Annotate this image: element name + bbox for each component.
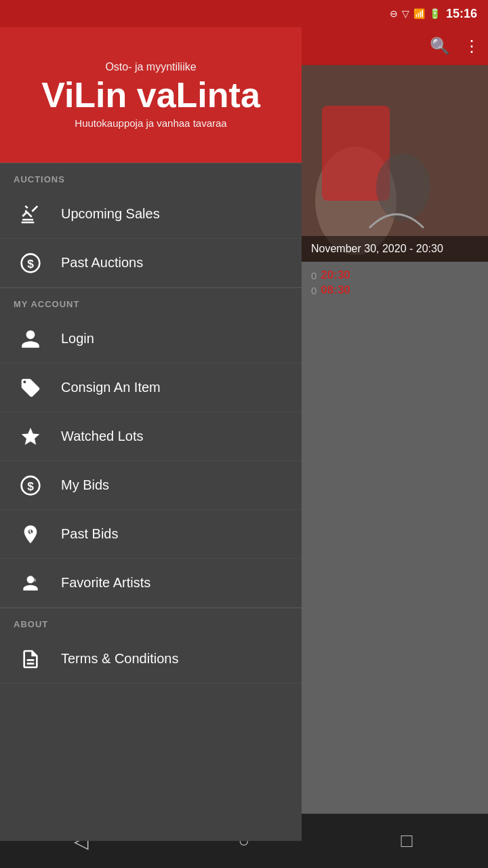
artist-icon bbox=[14, 566, 47, 600]
time-row-1: 0 20:30 bbox=[311, 269, 479, 282]
status-bar-time: 15:16 bbox=[446, 7, 477, 21]
time-value-2: 08:30 bbox=[321, 283, 350, 297]
section-header-auctions: AUCTIONS bbox=[0, 163, 302, 190]
time-row-2: 0 08:30 bbox=[311, 283, 479, 297]
time-prefix-2: 0 bbox=[311, 285, 317, 296]
bid-icon: $ bbox=[14, 469, 47, 502]
section-header-my-account: MY ACCOUNT bbox=[0, 288, 302, 315]
time-value-1: 20:30 bbox=[321, 269, 350, 282]
date-info-area: 0 20:30 0 08:30 bbox=[302, 262, 488, 304]
signal-icon: 📶 bbox=[413, 8, 425, 19]
logo-main: ViLin vaLinta bbox=[14, 76, 288, 115]
clock-pin-icon bbox=[14, 517, 47, 551]
svg-text:$: $ bbox=[27, 256, 34, 270]
right-panel: 🔍 ⋮ November 30, 2020 - 20:30 0 20:30 0 … bbox=[302, 27, 488, 841]
status-icons: ⊖ ▽ 📶 🔋 bbox=[390, 8, 441, 19]
my-bids-label: My Bids bbox=[61, 477, 109, 493]
svg-text:$: $ bbox=[27, 479, 34, 492]
navigation-drawer: Osto- ja myyntiliike ViLin vaLinta Huuto… bbox=[0, 27, 302, 841]
logo-area: Osto- ja myyntiliike ViLin vaLinta Huuto… bbox=[0, 27, 302, 163]
document-icon bbox=[14, 642, 47, 676]
menu-item-my-bids[interactable]: $ My Bids bbox=[0, 461, 302, 510]
login-label: Login bbox=[61, 331, 94, 347]
time-prefix-1: 0 bbox=[311, 270, 317, 281]
past-auctions-label: Past Auctions bbox=[61, 255, 143, 271]
terms-conditions-label: Terms & Conditions bbox=[61, 651, 178, 667]
person-icon bbox=[14, 322, 47, 356]
search-icon[interactable]: 🔍 bbox=[430, 37, 450, 56]
more-options-icon[interactable]: ⋮ bbox=[464, 37, 480, 56]
section-header-about: ABOUT bbox=[0, 608, 302, 635]
favorite-artists-label: Favorite Artists bbox=[61, 575, 150, 591]
tag-icon bbox=[14, 371, 47, 405]
consign-item-label: Consign An Item bbox=[61, 380, 161, 395]
star-icon bbox=[14, 420, 47, 454]
menu-item-past-bids[interactable]: Past Bids bbox=[0, 510, 302, 559]
gavel-icon bbox=[14, 197, 47, 231]
upcoming-sales-label: Upcoming Sales bbox=[61, 206, 160, 222]
past-bids-label: Past Bids bbox=[61, 526, 118, 542]
menu-item-upcoming-sales[interactable]: Upcoming Sales bbox=[0, 190, 302, 239]
card-image: November 30, 2020 - 20:30 bbox=[302, 65, 488, 262]
menu-item-terms-conditions[interactable]: Terms & Conditions bbox=[0, 635, 302, 684]
wifi-icon: ▽ bbox=[402, 8, 409, 19]
watched-lots-label: Watched Lots bbox=[61, 429, 144, 444]
dollar-circle-icon: $ bbox=[14, 246, 47, 280]
recents-button[interactable]: □ bbox=[380, 821, 434, 861]
battery-icon: 🔋 bbox=[429, 8, 441, 19]
menu-item-consign-item[interactable]: Consign An Item bbox=[0, 363, 302, 412]
status-bar: ⊖ ▽ 📶 🔋 15:16 bbox=[0, 0, 488, 27]
logo-subtitle-top: Osto- ja myyntiliike bbox=[14, 61, 288, 73]
logo-subtitle-bottom: Huutokauppoja ja vanhaa tavaraa bbox=[14, 117, 288, 129]
menu-item-past-auctions[interactable]: $ Past Auctions bbox=[0, 239, 302, 288]
svg-point-7 bbox=[376, 153, 430, 221]
menu-item-login[interactable]: Login bbox=[0, 315, 302, 363]
right-toolbar: 🔍 ⋮ bbox=[302, 27, 488, 65]
card-date-overlay: November 30, 2020 - 20:30 bbox=[302, 236, 488, 262]
menu-item-watched-lots[interactable]: Watched Lots bbox=[0, 412, 302, 461]
menu-item-favorite-artists[interactable]: Favorite Artists bbox=[0, 559, 302, 608]
block-icon: ⊖ bbox=[390, 8, 398, 19]
